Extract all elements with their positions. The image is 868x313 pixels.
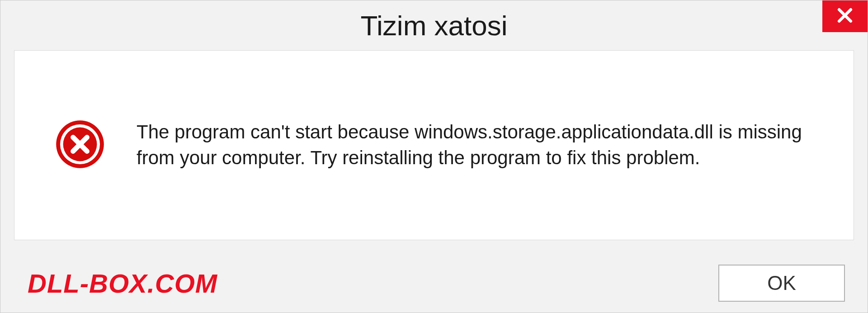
error-icon bbox=[55, 119, 105, 171]
content-area: The program can't start because windows.… bbox=[14, 50, 854, 240]
dialog-footer: DLL-BOX.COM OK bbox=[0, 254, 868, 313]
ok-button[interactable]: OK bbox=[718, 265, 845, 302]
close-button[interactable] bbox=[822, 0, 868, 32]
dialog-title: Tizim xatosi bbox=[361, 9, 508, 42]
watermark-text: DLL-BOX.COM bbox=[28, 268, 217, 299]
close-icon bbox=[835, 5, 855, 27]
titlebar: Tizim xatosi bbox=[0, 0, 868, 50]
error-dialog: Tizim xatosi The program can't start bec… bbox=[0, 0, 868, 313]
error-message: The program can't start because windows.… bbox=[137, 119, 826, 171]
